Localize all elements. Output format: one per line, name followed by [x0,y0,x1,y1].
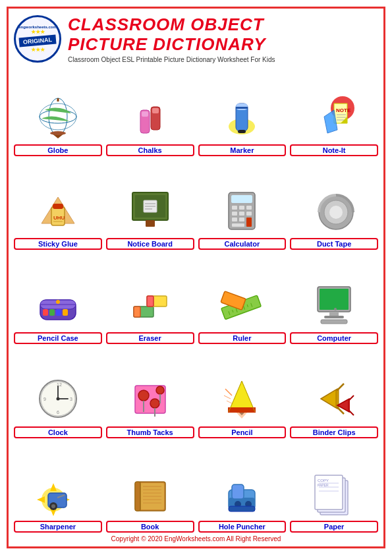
svg-rect-74 [329,312,339,316]
svg-rect-42 [239,212,244,216]
item-paper-image: COPY PAPER [290,467,378,519]
footer: Copyright © 2020 EngWorksheets.com All R… [111,535,281,542]
svg-marker-112 [50,483,57,491]
svg-point-77 [334,308,337,310]
svg-rect-76 [321,320,347,324]
svg-point-90 [150,399,159,408]
item-eraser: Eraser [106,254,194,344]
svg-rect-41 [232,212,237,216]
item-pencilcase: Pencil Case [14,254,102,344]
item-chalks: Chalks [106,66,194,156]
logo-stars2: ★★★ [31,47,45,53]
item-marker: Marker [198,66,287,156]
svg-point-54 [56,300,60,304]
logo-stars: ★★★ [31,29,45,35]
item-pencil-label: Pencil [198,426,287,438]
item-ducttape: Duct Tape [290,160,378,250]
item-paper: COPY PAPER Paper [290,442,378,533]
item-sharpener-image [14,467,102,519]
item-computer-image [290,278,378,331]
item-chalks-label: Chalks [106,144,194,156]
svg-rect-43 [246,212,252,216]
svg-point-2 [40,110,76,123]
item-stickyglue-label: Sticky Glue [14,238,102,250]
item-binderclips: Binder Clips [290,348,378,438]
svg-point-86 [56,397,59,401]
svg-point-50 [329,206,343,219]
svg-line-105 [337,384,344,390]
page-title: CLASSROOM OBJECT PICTURE DICTIONARY [68,15,378,55]
svg-rect-55 [43,309,48,316]
item-calculator: Calculator [198,160,287,250]
svg-rect-75 [324,316,344,318]
svg-point-118 [51,504,55,508]
logo: engworksheets.com ★★★ ORIGINAL ★★★ [14,15,61,63]
item-globe-label: Globe [14,144,102,156]
item-calculator-image [198,184,287,237]
item-computer-label: Computer [290,332,378,344]
svg-text:NOTE: NOTE [336,107,351,113]
item-noticeboard-image [106,184,194,237]
svg-text:6: 6 [57,410,59,415]
svg-text:COPY: COPY [318,479,329,482]
header: engworksheets.com ★★★ ORIGINAL ★★★ CLASS… [14,15,378,63]
item-pencil: Pencil [198,348,287,438]
svg-line-101 [224,395,231,399]
item-pencil-image [198,372,287,425]
item-noticeboard-label: Notice Board [106,238,194,250]
item-book-label: Book [106,521,194,533]
item-thumbtacks-label: Thumb Tacks [106,426,194,438]
item-clock: 12 3 6 9 Clock [14,348,102,438]
svg-line-102 [227,401,232,403]
svg-text:9: 9 [43,397,46,401]
svg-line-100 [225,389,232,395]
item-stickyglue-image: UHU [14,184,102,237]
svg-rect-58 [63,309,68,316]
svg-marker-94 [229,381,255,412]
svg-rect-62 [147,296,154,307]
svg-marker-103 [321,389,337,409]
svg-point-88 [138,390,149,401]
svg-rect-40 [246,206,252,210]
item-book: Book [106,442,194,533]
item-eraser-image [106,278,194,331]
svg-rect-8 [142,111,148,117]
svg-rect-122 [135,482,140,511]
item-ruler-label: Ruler [198,332,287,344]
svg-rect-135 [229,506,255,511]
svg-line-109 [349,395,354,400]
item-ducttape-image [290,184,378,237]
item-thumbtacks-image [106,372,194,425]
svg-rect-47 [232,223,244,227]
item-noteit: NOTE Note-It [290,66,378,156]
item-holepuncher-image [198,467,287,519]
svg-rect-14 [238,130,246,133]
svg-point-92 [156,386,164,394]
svg-text:3: 3 [70,397,72,401]
logo-original: ORIGINAL [18,35,56,47]
item-sharpener-label: Sharpener [14,521,102,533]
svg-rect-15 [236,107,248,109]
item-clock-image: 12 3 6 9 [14,372,102,425]
item-clock-label: Clock [14,426,102,438]
item-noteit-image: NOTE [290,90,378,143]
item-holepuncher: Hole Puncher [198,442,287,533]
svg-rect-132 [232,484,244,499]
item-marker-image [198,90,287,143]
svg-rect-39 [239,206,244,210]
svg-point-6 [50,131,66,135]
item-globe-image [14,90,102,143]
svg-rect-97 [228,407,256,413]
svg-rect-108 [348,400,350,411]
item-paper-label: Paper [290,521,378,533]
svg-marker-114 [37,496,45,503]
svg-rect-45 [239,218,244,221]
item-eraser-label: Eraser [106,332,194,344]
svg-point-3 [40,103,76,130]
svg-rect-46 [246,218,252,227]
item-globe: Globe [14,66,102,156]
item-sharpener: Sharpener [14,442,102,533]
svg-text:PAPER: PAPER [318,483,329,487]
item-binderclips-image [290,372,378,425]
svg-rect-73 [320,289,349,310]
